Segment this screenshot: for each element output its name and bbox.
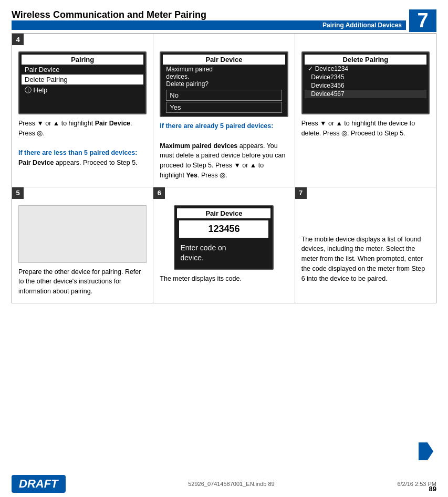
step-4b-cell: Pair Device Maximum paireddevices.Delete… [153, 34, 295, 187]
step-7-cell: 7 The mobile device displays a list of f… [295, 187, 436, 303]
screen-6-code: 123456 [179, 220, 268, 238]
screen-4c: Delete Pairing ✓ Device1234 Device2345 D… [301, 51, 430, 114]
page-header: Wireless Communication and Meter Pairing… [12, 9, 436, 32]
header-title-area: Wireless Communication and Meter Pairing… [12, 9, 406, 32]
cell-6-caption: The meter displays its code. [160, 274, 288, 284]
footer-filename: 52926_07414587001_EN.indb 89 [66, 481, 398, 487]
content-area: 4 Pairing Pair Device Delete Pairing ⓘ H… [12, 33, 436, 303]
step-6-badge: 6 [153, 187, 165, 199]
screen-4a: Pairing Pair Device Delete Pairing ⓘ Hel… [18, 51, 147, 114]
step-6-cell: 6 Pair Device 123456 Enter code ondevice… [153, 187, 295, 303]
screen-6-title: Pair Device [177, 208, 270, 218]
page-outer: Wireless Communication and Meter Pairing… [0, 0, 448, 497]
page-number-bottom: 89 [429, 485, 436, 493]
step-4a-cell: 4 Pairing Pair Device Delete Pairing ⓘ H… [12, 34, 153, 187]
step-4-badge: 4 [12, 34, 24, 45]
step-7-badge: 7 [295, 187, 307, 199]
page-subtitle: Pairing Additional Devices [12, 20, 406, 30]
page-footer: DRAFT 52926_07414587001_EN.indb 89 6/2/1… [0, 475, 448, 493]
device-1234: ✓ Device1234 [305, 65, 426, 73]
screen-4b-msg: Maximum paireddevices.Delete pairing? [163, 65, 285, 89]
screen-4c-title: Delete Pairing [305, 55, 426, 65]
cell-4c-text: Press ▼ or ▲ to highlight the device to … [301, 119, 430, 139]
device-4567: Device4567 [305, 90, 426, 98]
nav-arrow-right [419, 442, 433, 460]
step-5-badge: 5 [12, 187, 24, 199]
screen-4b-title: Pair Device [163, 55, 285, 65]
menu-help: ⓘ Help [22, 84, 143, 96]
page-title: Wireless Communication and Meter Pairing [12, 9, 406, 20]
screen-4b-no: No [166, 90, 282, 101]
cell-7-text: The mobile device displays a list of fou… [301, 235, 430, 284]
device-2345: Device2345 [305, 73, 426, 81]
step-5-cell: 5 Prepare the other device for pairing. … [12, 187, 153, 303]
cell-4b-text: If there are already 5 paired devices: M… [160, 121, 288, 181]
draft-badge: DRAFT [12, 475, 66, 493]
cell-4a-text: Press ▼ or ▲ to highlight Pair Device. P… [18, 119, 147, 168]
step-567-row: 5 Prepare the other device for pairing. … [12, 187, 436, 303]
step-4-row: 4 Pairing Pair Device Delete Pairing ⓘ H… [12, 34, 436, 187]
menu-pair-device: Pair Device [22, 65, 143, 75]
screen-4a-title: Pairing [22, 55, 143, 65]
screen-5-empty [18, 205, 147, 263]
chapter-number: 7 [409, 9, 436, 32]
menu-delete-pairing: Delete Pairing [22, 75, 143, 84]
device-3456: Device3456 [305, 81, 426, 90]
step-4c-cell: Delete Pairing ✓ Device1234 Device2345 D… [295, 34, 436, 187]
screen-6-enter-msg: Enter code ondevice. [177, 240, 270, 267]
screen-6: Pair Device 123456 Enter code ondevice. [174, 205, 274, 270]
screen-4b-yes: Yes [166, 102, 282, 113]
screen-4b: Pair Device Maximum paireddevices.Delete… [160, 51, 288, 117]
cell-5-text: Prepare the other device for pairing. Re… [18, 267, 147, 297]
